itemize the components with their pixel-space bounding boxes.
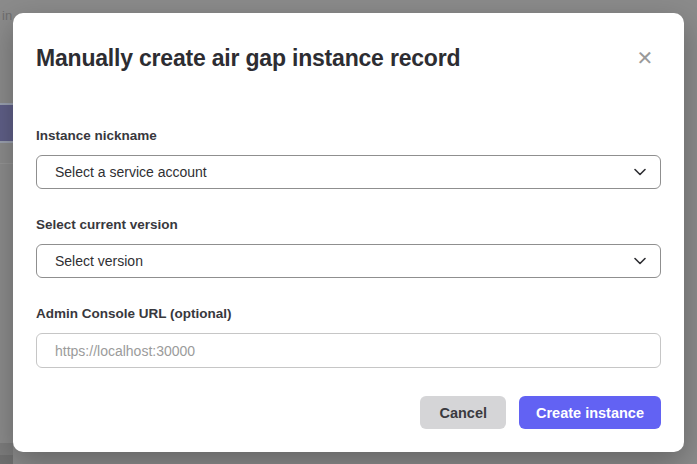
close-icon: ✕ [637, 48, 654, 68]
create-air-gap-instance-modal: Manually create air gap instance record … [13, 13, 684, 452]
background-clipped-text: in [2, 8, 12, 23]
version-select-value: Select version [55, 253, 634, 269]
service-account-select[interactable]: Select a service account [36, 155, 661, 189]
background-row-divider [0, 163, 13, 164]
background-row-divider [0, 141, 13, 143]
field-admin-console-url: Admin Console URL (optional) [36, 306, 661, 368]
background-selected-row [0, 105, 13, 141]
background-footer-strip [0, 455, 13, 464]
field-current-version: Select current version Select version [36, 217, 661, 278]
admin-console-url-input[interactable] [36, 333, 661, 368]
modal-footer: Cancel Create instance [36, 396, 661, 429]
close-button[interactable]: ✕ [632, 45, 658, 71]
chevron-down-icon [634, 257, 646, 265]
admin-console-url-label: Admin Console URL (optional) [36, 306, 661, 321]
create-instance-button[interactable]: Create instance [519, 396, 661, 429]
service-account-select-value: Select a service account [55, 164, 634, 180]
current-version-label: Select current version [36, 217, 661, 232]
field-instance-nickname: Instance nickname Select a service accou… [36, 128, 661, 189]
instance-nickname-label: Instance nickname [36, 128, 661, 143]
create-instance-form: Instance nickname Select a service accou… [36, 128, 661, 429]
cancel-button[interactable]: Cancel [420, 396, 506, 429]
modal-title: Manually create air gap instance record [36, 44, 661, 72]
version-select[interactable]: Select version [36, 244, 661, 278]
chevron-down-icon [634, 168, 646, 176]
